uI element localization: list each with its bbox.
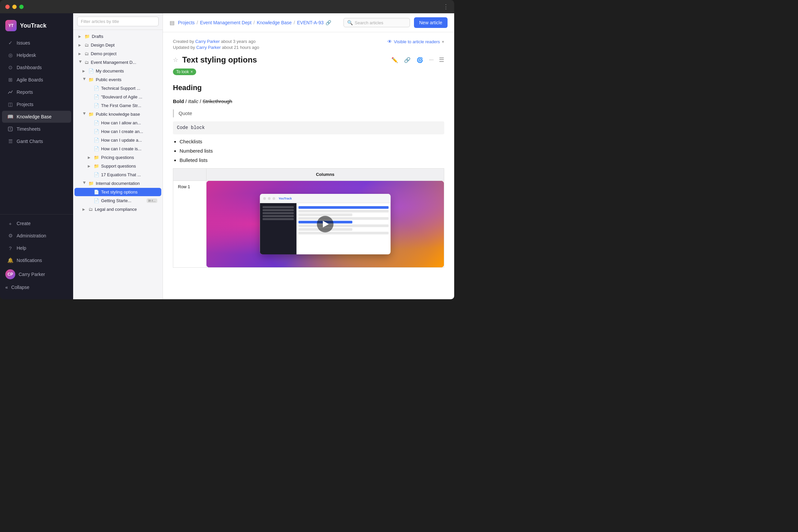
vc-row: [299, 232, 389, 234]
app-container: YT YouTrack ✓ Issues ◎ Helpdesk ⊙ Dashbo…: [0, 13, 454, 299]
tree-item-technical-support[interactable]: ▶ 📄 Technical Support ...: [75, 84, 161, 92]
tree-item-internal-documentation[interactable]: ▶ 📁 Internal documentation: [75, 179, 161, 188]
tree-item-label: Technical Support ...: [101, 86, 157, 91]
sidebar-item-help[interactable]: ? Help: [2, 242, 71, 254]
sidebar-item-projects[interactable]: ◫ Projects: [2, 98, 71, 110]
edit-icon[interactable]: ✏️: [390, 56, 399, 64]
star-button[interactable]: ☆: [173, 56, 178, 63]
main-content: ▤ Projects / Event Management Dept / Kno…: [163, 13, 454, 299]
tree-item-boulevard[interactable]: ▶ 📄 "Boulevard of Agile ...: [75, 93, 161, 101]
sidebar-row: [263, 206, 294, 208]
tree-item-label: Event Management D...: [91, 60, 157, 65]
notifications-icon: 🔔: [7, 258, 13, 263]
tree-item-support-questions[interactable]: ▶ 📁 Support questions: [75, 162, 161, 170]
breadcrumb-article-id[interactable]: EVENT-A-93: [297, 20, 324, 25]
table-cell-video: YouTrack: [207, 181, 444, 268]
tree-item-text-styling-options[interactable]: ▶ 📄 Text styling options: [75, 188, 161, 196]
chevron-down-icon: ▶: [83, 112, 87, 116]
breadcrumb: ▤ Projects / Event Management Dept / Kno…: [170, 20, 331, 26]
sidebar-item-dashboards[interactable]: ⊙ Dashboards: [2, 61, 71, 74]
created-by-link[interactable]: Carry Parker: [195, 39, 220, 44]
tree-item-public-knowledge-base[interactable]: ▶ 📁 Public knowledge base: [75, 110, 161, 118]
maximize-button[interactable]: [19, 5, 24, 9]
more-options-icon[interactable]: ···: [428, 56, 435, 64]
outline-icon[interactable]: ☰: [439, 56, 444, 63]
tree-item-drafts[interactable]: ▶ 📁 Drafts: [75, 32, 161, 41]
tree-item-my-documents[interactable]: ▶ 📄 My documents: [75, 67, 161, 75]
visibility-control[interactable]: 👁 Visible to article readers ▾: [387, 39, 444, 44]
card-header: YouTrack: [260, 194, 391, 203]
breadcrumb-projects[interactable]: Projects: [178, 20, 195, 25]
create-icon: +: [7, 221, 13, 226]
tree-item-17-equations[interactable]: ▶ 📄 17 Equations That ...: [75, 171, 161, 179]
tree-item-how-update[interactable]: ▶ 📄 How can I update a...: [75, 136, 161, 144]
filter-input[interactable]: [77, 17, 158, 26]
tree-item-label: Drafts: [92, 34, 157, 39]
sidebar-item-timesheets[interactable]: Timesheets: [2, 123, 71, 135]
tree-item-legal[interactable]: ▶ 🗂 Legal and compliance: [75, 205, 161, 213]
folder-icon: 📁: [89, 77, 94, 82]
updated-by-link[interactable]: Carry Parker: [196, 45, 221, 50]
search-input[interactable]: [355, 20, 406, 25]
visibility-label: Visible to article readers: [394, 39, 440, 44]
tree-item-label: Pricing questions: [101, 155, 157, 160]
title-bar: ⋮: [0, 0, 454, 13]
sidebar-item-knowledge-base[interactable]: 📖 Knowledge Base: [2, 111, 71, 123]
tree-item-demo-project[interactable]: ▶ 🗂 Demo project: [75, 50, 161, 58]
sidebar-item-create[interactable]: + Create: [2, 217, 71, 229]
sidebar: YT YouTrack ✓ Issues ◎ Helpdesk ⊙ Dashbo…: [0, 13, 73, 299]
video-container: YouTrack: [207, 181, 444, 267]
list-item: Checklists: [179, 138, 444, 146]
doc-icon: 📄: [94, 103, 99, 108]
tree-item-label: Internal documentation: [96, 181, 157, 186]
minimize-button[interactable]: [12, 5, 17, 9]
sidebar-item-label: Reports: [17, 90, 33, 95]
tree-item-getting-started[interactable]: ▶ 📄 Getting Starte... in r...: [75, 196, 161, 205]
breadcrumb-knowledge-base[interactable]: Knowledge Base: [257, 20, 291, 25]
breadcrumb-icon: ▤: [170, 20, 174, 26]
tree-item-event-management[interactable]: ▶ 🗂 Event Management D...: [75, 58, 161, 66]
tag-close-icon[interactable]: ×: [191, 70, 193, 74]
breadcrumb-event-mgmt[interactable]: Event Management Dept: [200, 20, 251, 25]
tag-to-look[interactable]: To look ×: [173, 69, 196, 75]
spiral-icon[interactable]: 🌀: [415, 56, 424, 64]
folder-icon: 📁: [84, 34, 90, 39]
tree-item-first-game[interactable]: ▶ 📄 The First Game Str...: [75, 101, 161, 110]
tree-item-public-events[interactable]: ▶ 📁 Public events: [75, 75, 161, 84]
close-button[interactable]: [5, 5, 10, 9]
sidebar-item-label: Issues: [17, 40, 30, 45]
sidebar-item-administration[interactable]: ⚙ Administration: [2, 230, 71, 242]
tree-item-label: The First Game Str...: [101, 103, 157, 108]
tree-item-how-create-an[interactable]: ▶ 📄 How can I create an...: [75, 127, 161, 136]
sidebar-item-gantt-charts[interactable]: ☰ Gantt Charts: [2, 135, 71, 147]
chevron-down-icon: ▶: [79, 60, 82, 64]
sidebar-item-agile-boards[interactable]: ⊞ Agile Boards: [2, 74, 71, 86]
avatar: CP: [5, 269, 15, 279]
sidebar-item-issues[interactable]: ✓ Issues: [2, 37, 71, 49]
tree-item-pricing-questions[interactable]: ▶ 📁 Pricing questions: [75, 153, 161, 162]
chevron-right-icon: ▶: [88, 156, 92, 159]
table-header-col2: Columns: [207, 168, 444, 181]
copy-link-icon[interactable]: 🔗: [325, 20, 331, 25]
colored-folder-icon: 🗂: [84, 42, 89, 48]
table-cell-row-label: Row 1: [173, 181, 207, 268]
user-profile[interactable]: CP Carry Parker: [0, 267, 73, 282]
tree-item-design-dept[interactable]: ▶ 🗂 Design Dept: [75, 41, 161, 49]
tree-item-label: Text styling options: [101, 190, 157, 194]
sidebar-item-notifications[interactable]: 🔔 Notifications: [2, 254, 71, 266]
tree-item-label: "Boulevard of Agile ...: [101, 94, 157, 99]
titlebar-menu-icon[interactable]: ⋮: [443, 3, 449, 10]
tree-item-how-allow[interactable]: ▶ 📄 How can I allow an...: [75, 119, 161, 127]
link-icon[interactable]: 🔗: [403, 56, 412, 64]
colored-folder-icon: 🗂: [84, 60, 89, 65]
sidebar-item-helpdesk[interactable]: ◎ Helpdesk: [2, 49, 71, 61]
new-article-button[interactable]: New article: [414, 17, 448, 28]
article-meta: Created by Carry Parker about 3 years ag…: [173, 39, 444, 50]
topbar: ▤ Projects / Event Management Dept / Kno…: [163, 13, 454, 32]
article-table: Columns Row 1: [173, 168, 444, 268]
article-body: Heading Bold / Italic / Strikethrough Qu…: [173, 82, 444, 268]
sidebar-item-reports[interactable]: Reports: [2, 86, 71, 98]
tree-item-how-create-is[interactable]: ▶ 📄 How can I create is...: [75, 145, 161, 153]
administration-icon: ⚙: [7, 233, 13, 239]
sidebar-collapse[interactable]: « Collapse: [0, 282, 73, 292]
